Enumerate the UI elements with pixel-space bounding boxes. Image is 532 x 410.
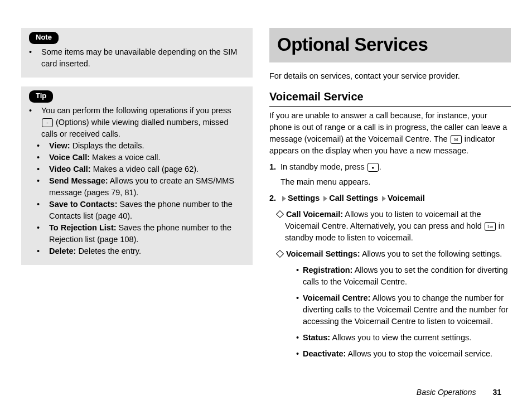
op-rejection: To Rejection List: Saves the phone numbe… xyxy=(37,222,245,245)
step-1-num: 1. xyxy=(269,161,280,188)
de-label: Deactivate: xyxy=(303,349,346,358)
key-1-icon xyxy=(485,222,496,231)
right-column: Optional Services For details on service… xyxy=(269,28,511,399)
step-2-num: 2. xyxy=(269,192,280,204)
step-1: 1. In standby mode, press . The main men… xyxy=(269,161,511,188)
subsection-heading: Voicemail Service xyxy=(269,89,511,107)
item-voicemail-centre: Voicemail Centre: Allows you to change t… xyxy=(296,292,511,327)
path-call-settings: Call Settings xyxy=(329,194,378,202)
note-box: Note Some items may be unavailable depen… xyxy=(21,28,253,78)
item-voicemail-settings: Voicemail Settings: Allows you to set th… xyxy=(285,248,511,260)
diamond-icon xyxy=(276,250,284,258)
note-text: Some items may be unavailable depending … xyxy=(41,46,245,70)
step-2: 2. Settings Call Settings Voicemail xyxy=(269,192,511,204)
path-settings: Settings xyxy=(288,194,320,202)
reg-label: Registration: xyxy=(303,266,352,274)
op-video-l: Video Call: xyxy=(49,165,91,173)
op-video: Video Call: Makes a video call (page 62)… xyxy=(37,163,245,175)
op-view: View: Displays the details. xyxy=(37,140,245,152)
page-footer: Basic Operations31 xyxy=(417,388,501,397)
item-call-voicemail: Call Voicemail: Allows you to listen to … xyxy=(285,209,511,244)
op-save-l: Save to Contacts: xyxy=(49,200,117,209)
op-send-l: Send Message: xyxy=(49,176,108,185)
vc-label: Voicemail Centre: xyxy=(303,293,370,302)
tip-intro-b: (Options) while viewing dialled numbers,… xyxy=(41,118,229,138)
op-voice: Voice Call: Makes a voice call. xyxy=(37,152,245,163)
op-delete: Delete: Deletes the entry. xyxy=(37,245,245,257)
tip-intro-a: You can perform the following operations… xyxy=(41,106,231,115)
voicemail-desc: If you are unable to answer a call becau… xyxy=(269,110,511,157)
arrow-icon xyxy=(382,196,386,201)
st-text: Allows you to view the current settings. xyxy=(330,333,471,342)
step-1-b: . xyxy=(379,162,381,171)
op-video-t: Makes a video call (page 62). xyxy=(91,165,199,173)
st-label: Status: xyxy=(303,333,330,342)
tip-label: Tip xyxy=(29,90,53,103)
left-column: Note Some items may be unavailable depen… xyxy=(21,28,253,399)
arrow-icon xyxy=(282,196,286,201)
path-voicemail: Voicemail xyxy=(388,194,425,202)
voicemail-indicator-icon xyxy=(451,135,462,144)
tip-intro: You can perform the following operations… xyxy=(29,105,245,140)
op-save: Save to Contacts: Saves the phone number… xyxy=(37,199,245,222)
footer-page-number: 31 xyxy=(492,388,501,397)
item-deactivate: Deactivate: Allows you to stop the voice… xyxy=(296,348,511,360)
vs-text: Allows you to set the following settings… xyxy=(360,249,502,258)
note-item: Some items may be unavailable depending … xyxy=(29,46,245,70)
item-registration: Registration: Allows you to set the cond… xyxy=(296,264,511,288)
step-1-c: The main menu appears. xyxy=(280,176,511,188)
de-text: Allows you to stop the voicemail service… xyxy=(346,349,492,358)
op-rej-l: To Rejection List: xyxy=(49,223,117,232)
op-del-t: Deletes the entry. xyxy=(76,247,141,255)
op-voice-l: Voice Call: xyxy=(49,153,90,162)
intro-text: For details on services, contact your se… xyxy=(269,70,511,82)
tip-box: Tip You can perform the following operat… xyxy=(21,86,253,265)
op-del-l: Delete: xyxy=(49,247,76,255)
options-key-icon xyxy=(42,118,53,127)
footer-section: Basic Operations xyxy=(417,388,476,397)
item-status: Status: Allows you to view the current s… xyxy=(296,332,511,344)
center-key-icon xyxy=(367,163,379,172)
section-banner: Optional Services xyxy=(269,28,511,62)
arrow-icon xyxy=(323,196,327,201)
op-voice-t: Makes a voice call. xyxy=(90,153,161,162)
step-1-a: In standby mode, press xyxy=(280,162,367,171)
cv-label: Call Voicemail: xyxy=(286,210,343,219)
diamond-icon xyxy=(276,210,284,218)
op-send: Send Message: Allows you to create an SM… xyxy=(37,175,245,199)
op-view-l: View: xyxy=(49,141,70,150)
vs-label: Voicemail Settings: xyxy=(286,249,360,258)
note-label: Note xyxy=(29,32,59,44)
step-2-path: Settings Call Settings Voicemail xyxy=(280,192,511,204)
op-view-t: Displays the details. xyxy=(70,141,144,150)
